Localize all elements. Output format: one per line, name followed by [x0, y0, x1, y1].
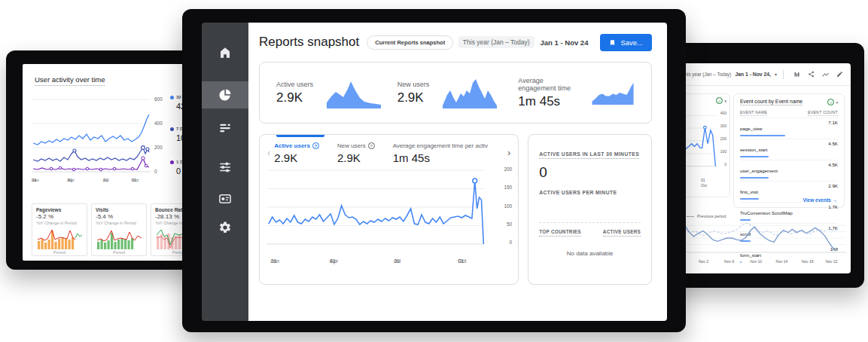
metric-avg-engagement: Average engagement time 1m 45s	[518, 75, 635, 110]
comparison-icon[interactable]	[793, 71, 800, 78]
date-range[interactable]: Jan 1 - Nov 24	[541, 38, 589, 47]
insights-icon[interactable]	[822, 71, 829, 78]
event-count-header[interactable]: EVENT COUNT	[808, 110, 838, 116]
right-trend-plot: 400 300 200 100 0	[680, 108, 726, 176]
new-users-sparkline	[441, 75, 498, 110]
tab-active-users[interactable]: Active users? 2.9K	[274, 142, 319, 164]
kpi-mini-cards: Pageviews -5.2 % YoY Change in Period Pe…	[32, 203, 203, 256]
chevron-down-icon: ▾	[836, 100, 838, 105]
date-range[interactable]: Jan 1 - Nov 24,	[735, 72, 771, 77]
trend-chart-card: ‹ Active users? 2.9K New users? 2.9K Ave…	[259, 134, 519, 285]
user-activity-y-axis: 600 400 200 0	[151, 89, 169, 200]
advertising-icon	[218, 192, 232, 206]
sidebar-item-home[interactable]	[202, 39, 248, 66]
desktop: User activity over time	[0, 0, 868, 342]
pageviews-mini-chart	[36, 227, 83, 249]
user-activity-plot: 01Jan 01Apr 01Jul 01Oct	[32, 89, 151, 200]
help-icon[interactable]: ?	[312, 142, 319, 149]
checkmark-dropdown-badge[interactable]: ✓ ▾	[827, 99, 838, 105]
right-bottom-chart: Previous period Nov 2 Nov 6 Nov 10 Nov 1…	[675, 214, 846, 270]
tab-avg-engagement[interactable]: Average engagement time per activ 1m 45s	[393, 142, 488, 164]
gear-icon	[218, 221, 232, 234]
chevron-down-icon[interactable]: ▾	[775, 72, 777, 77]
trend-chart-lines	[266, 166, 492, 255]
visits-card: Visits -5.4 % YoY Change in Period Perio…	[91, 203, 147, 256]
table-row: page_view 7.1K	[740, 118, 838, 137]
dashed-line-icon	[687, 216, 694, 217]
detail-row: ‹ Active users? 2.9K New users? 2.9K Ave…	[259, 134, 652, 285]
pageviews-card: Pageviews -5.2 % YoY Change in Period Pe…	[32, 203, 87, 256]
bars-icon	[218, 121, 232, 135]
sidebar-item-admin[interactable]	[202, 214, 248, 241]
table-row: session_start 4.5K	[740, 139, 838, 158]
active-users-sparkline	[325, 75, 382, 110]
arrow-right-icon: →	[833, 197, 838, 203]
user-activity-x-axis: 01Jan 01Apr 01Jul 01Oct	[32, 178, 151, 190]
pie-chart-icon	[218, 88, 232, 102]
events-report-panel: This year (Jan – Today) Jan 1 - Nov 24, …	[670, 63, 851, 273]
sidebar	[202, 23, 248, 321]
checkmark-dropdown-badge[interactable]: ✓ ▾	[680, 97, 726, 104]
bottom-chart-x-axis: Nov 2 Nov 6 Nov 10 Nov 14 Nov 18 Nov 22	[675, 259, 846, 265]
metric-active-users: Active users 2.9K	[276, 75, 393, 110]
events-report-header: This year (Jan – Today) Jan 1 - Nov 24, …	[670, 63, 851, 86]
chevron-down-icon: ▾	[724, 99, 726, 103]
date-filter-label[interactable]: This year (Jan – Today)	[682, 72, 732, 77]
chevron-left-icon[interactable]: ‹	[266, 142, 274, 158]
current-report-pill[interactable]: Current Reports snapshot	[367, 35, 453, 50]
summary-metrics-card: Active users 2.9K New users 2.9K	[259, 62, 652, 124]
event-name-header[interactable]: EVENT NAME	[740, 110, 767, 116]
sidebar-item-reports[interactable]	[202, 81, 248, 108]
save-button[interactable]: Save...	[600, 34, 652, 51]
table-row: user_engagement 4.5K	[740, 160, 838, 179]
per-minute-label: ACTIVE USERS PER MINUTE	[539, 190, 641, 195]
events-report-body: ✓ ▾ 400 300 200 100 0 01Oct	[670, 86, 851, 273]
metric-new-users: New users 2.9K	[397, 75, 514, 110]
home-icon	[218, 46, 232, 60]
edit-icon[interactable]	[836, 71, 843, 78]
page-header: Reports snapshot Current Reports snapsho…	[259, 23, 652, 62]
realtime-card: ACTIVE USERS IN LAST 30 MINUTES 0 ACTIVE…	[528, 134, 652, 285]
view-events-link[interactable]: View events →	[803, 197, 837, 203]
legend-dot-icon	[170, 127, 174, 131]
divider	[783, 70, 784, 79]
tab-new-users[interactable]: New users? 2.9K	[337, 142, 375, 164]
bookmark-icon	[609, 39, 616, 46]
date-filter-label[interactable]: This year (Jan – Today)	[458, 36, 535, 48]
check-circle-icon: ✓	[827, 99, 834, 105]
realtime-title: ACTIVE USERS IN LAST 30 MINUTES	[539, 151, 639, 159]
reports-snapshot-page: Reports snapshot Current Reports snapsho…	[248, 23, 667, 321]
event-count-title: Event count by Event name	[740, 99, 803, 105]
check-circle-icon: ✓	[716, 97, 723, 104]
legend-dot-icon	[170, 160, 174, 164]
dashed-divider	[539, 222, 641, 223]
visits-mini-chart	[96, 227, 142, 249]
sidebar-item-explore[interactable]	[202, 115, 248, 142]
event-table-header: EVENT NAME EVENT COUNT	[740, 110, 838, 116]
empty-state-message: No data available	[539, 250, 641, 257]
legend-dot-icon	[170, 96, 174, 99]
chevron-right-icon[interactable]: ›	[506, 142, 512, 158]
metric-tabs: ‹ Active users? 2.9K New users? 2.9K Ave…	[266, 135, 512, 164]
page-title: Reports snapshot	[259, 35, 359, 50]
bottom-chart-lines	[675, 218, 846, 256]
trend-chart-x-axis: 01Jan 01Apr 01Jul 01Oct	[266, 255, 512, 271]
analytics-window: Reports snapshot Current Reports snapsho…	[202, 23, 667, 321]
avg-engagement-sparkline	[591, 75, 635, 110]
sidebar-item-advertising[interactable]	[202, 185, 248, 212]
realtime-value: 0	[539, 164, 641, 181]
help-icon[interactable]: ?	[368, 142, 375, 149]
share-icon[interactable]	[808, 71, 815, 78]
sidebar-item-configure[interactable]	[202, 154, 248, 181]
top-countries-header[interactable]: TOP COUNTRIES	[539, 229, 580, 237]
trend-chart: 200 150 100 50 0	[266, 166, 512, 255]
event-count-card: Event count by Event name ✓ ▾ EVENT NAME…	[733, 93, 845, 208]
user-activity-title: User activity over time	[35, 75, 105, 86]
active-users-header[interactable]: ACTIVE USERS	[603, 229, 641, 237]
x-tick: 01Oct	[701, 178, 726, 188]
active-tab-indicator	[276, 135, 324, 137]
user-activity-lines	[32, 89, 151, 175]
sliders-icon	[218, 160, 232, 174]
